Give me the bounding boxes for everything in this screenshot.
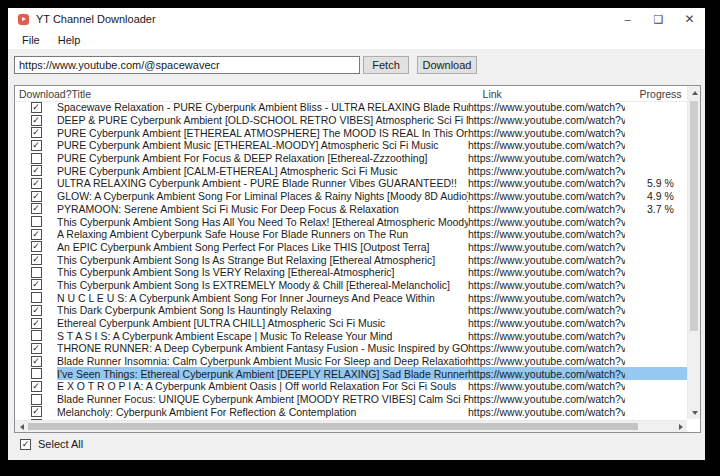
row-checkbox[interactable]: ✓	[31, 165, 42, 176]
menu-file[interactable]: File	[13, 32, 49, 48]
row-link[interactable]: https://www.youtube.com/watch?v=18zc_YJg…	[468, 317, 625, 330]
row-checkbox[interactable]: ✓	[31, 102, 42, 113]
vertical-scroll-thumb[interactable]	[690, 101, 698, 331]
channel-url-input[interactable]	[14, 56, 360, 74]
table-row[interactable]: ✓ DEEP & PURE Cyberpunk Ambient [OLD-SCH…	[15, 114, 687, 127]
row-title[interactable]: E X O T R O P I A: A Cyberpunk Ambient O…	[57, 380, 468, 393]
row-link[interactable]: https://www.youtube.com/watch?v=LAQTKr1t…	[468, 342, 625, 355]
row-checkbox[interactable]: ✓	[31, 356, 42, 367]
row-checkbox[interactable]: ✓	[31, 241, 42, 252]
table-row[interactable]: ✓ An EPIC Cyberpunk Ambient Song Perfect…	[15, 241, 687, 254]
row-title[interactable]: PURE Cyberpunk Ambient Music [ETHEREAL-M…	[57, 139, 468, 152]
scroll-down-arrow[interactable]	[688, 406, 701, 419]
row-checkbox[interactable]: ✓	[31, 406, 42, 417]
row-link[interactable]: https://www.youtube.com/watch?v=wMHEXndH…	[468, 215, 625, 228]
table-row[interactable]: ✓ Spacewave Relaxation - PURE Cyberpunk …	[15, 101, 687, 114]
row-title[interactable]: N U C L E U S: A Cyberpunk Ambient Song …	[57, 291, 468, 304]
vertical-scrollbar[interactable]	[687, 86, 700, 419]
row-checkbox[interactable]: ✓	[31, 140, 42, 151]
row-checkbox[interactable]	[31, 216, 42, 227]
row-checkbox[interactable]: ✓	[31, 279, 42, 290]
scroll-right-arrow[interactable]	[674, 421, 687, 432]
row-checkbox[interactable]: ✓	[31, 127, 42, 138]
row-checkbox[interactable]	[31, 267, 42, 278]
table-row[interactable]: ✓ PYRAMOON: Serene Ambient Sci Fi Music …	[15, 203, 687, 216]
row-title[interactable]: THRONE RUNNER: A Deep Cyberpunk Ambient …	[57, 342, 468, 355]
row-link[interactable]: https://www.youtube.com/watch?v=veTF2zmS…	[468, 126, 625, 139]
menu-help[interactable]: Help	[49, 32, 90, 48]
table-row[interactable]: ✓ PURE Cyberpunk Ambient Music [ETHEREAL…	[15, 139, 687, 152]
row-title[interactable]: An EPIC Cyberpunk Ambient Song Perfect F…	[57, 241, 468, 254]
table-row[interactable]: N U C L E U S: A Cyberpunk Ambient Song …	[15, 291, 687, 304]
table-row[interactable]: ✓ PURE Cyberpunk Ambient [ETHEREAL ATMOS…	[15, 126, 687, 139]
table-row[interactable]: ✓ THRONE RUNNER: A Deep Cyberpunk Ambien…	[15, 342, 687, 355]
row-link[interactable]: https://www.youtube.com/watch?v=IS2TUUqZ…	[468, 279, 625, 292]
maximize-button[interactable]: ❑	[643, 8, 674, 30]
header-download[interactable]: Download?	[15, 86, 72, 101]
row-title[interactable]: S T A S I S: A Cyberpunk Ambient Escape …	[57, 329, 468, 342]
row-title[interactable]: This Cyberpunk Ambient Song Is EXTREMELY…	[57, 279, 468, 292]
row-link[interactable]: https://www.youtube.com/watch?v=L9wROb-h…	[468, 367, 625, 380]
row-link[interactable]: https://www.youtube.com/watch?v=3n7fO20_…	[468, 228, 625, 241]
row-title[interactable]: PURE Cyberpunk Ambient For Focus & DEEP …	[57, 152, 468, 165]
select-all-checkbox[interactable]: ✓	[20, 439, 31, 450]
row-link[interactable]: https://www.youtube.com/watch?v=v-PG2byv…	[468, 380, 625, 393]
row-link[interactable]: https://www.youtube.com/watch?v=9Rvq_1Wr…	[468, 190, 625, 203]
table-row[interactable]: ✓ A Relaxing Ambient Cyberpunk Safe Hous…	[15, 228, 687, 241]
download-button[interactable]: Download	[417, 56, 477, 74]
fetch-button[interactable]: Fetch	[363, 56, 409, 74]
row-checkbox[interactable]: ✓	[31, 178, 42, 189]
header-link[interactable]: Link	[483, 86, 640, 101]
row-checkbox[interactable]: ✓	[31, 203, 42, 214]
row-checkbox[interactable]: ✓	[31, 254, 42, 265]
header-title[interactable]: Title	[72, 86, 483, 101]
row-link[interactable]: https://www.youtube.com/watch?v=mgjXO3pa…	[468, 101, 625, 114]
row-checkbox[interactable]	[31, 153, 42, 164]
table-row[interactable]: PURE Cyberpunk Ambient For Focus & DEEP …	[15, 152, 687, 165]
table-row[interactable]: ✓ This Cyberpunk Ambient Song Is EXTREME…	[15, 279, 687, 292]
row-title[interactable]: A Relaxing Ambient Cyberpunk Safe House …	[57, 228, 468, 241]
row-title[interactable]: This Cyberpunk Ambient Song Has All You …	[57, 215, 468, 228]
table-row[interactable]: I've Seen Things: Ethereal Cyberpunk Amb…	[15, 367, 687, 380]
row-checkbox[interactable]: ✓	[31, 191, 42, 202]
row-title[interactable]: Blade Runner Focus: UNIQUE Cyberpunk Amb…	[57, 393, 468, 406]
row-link[interactable]: https://www.youtube.com/watch?v=nCkyfy9t…	[468, 203, 625, 216]
row-link[interactable]: https://www.youtube.com/watch?v=VtbqQksy…	[468, 291, 625, 304]
table-row[interactable]: ✓ Blade Runner Insomnia: Calm Cyberpunk …	[15, 355, 687, 368]
row-checkbox[interactable]	[31, 330, 42, 341]
table-row[interactable]: ✓ PURE Cyberpunk Ambient [CALM-ETHEREAL]…	[15, 164, 687, 177]
header-progress[interactable]: Progress	[640, 86, 687, 101]
row-link[interactable]: https://www.youtube.com/watch?v=tVfHYDck…	[468, 164, 625, 177]
row-link[interactable]: https://www.youtube.com/watch?v=gPsnRpRm…	[468, 393, 625, 406]
row-link[interactable]: https://www.youtube.com/watch?v=zh1LO3JF…	[468, 139, 625, 152]
row-link[interactable]: https://www.youtube.com/watch?v=qHmgkiEM…	[468, 253, 625, 266]
row-link[interactable]: https://www.youtube.com/watch?v=7TPQ9yOm…	[468, 406, 625, 419]
table-row[interactable]: ✓ E X O T R O P I A: A Cyberpunk Ambient…	[15, 380, 687, 393]
minimize-button[interactable]: –	[612, 8, 643, 30]
row-checkbox[interactable]: ✓	[31, 318, 42, 329]
table-row[interactable]: ✓ ULTRA RELAXING Cyberpunk Ambient - PUR…	[15, 177, 687, 190]
row-link[interactable]: https://www.youtube.com/watch?v=ZcwZR41J…	[468, 355, 625, 368]
row-link[interactable]: https://www.youtube.com/watch?v=_BEoFvku…	[468, 241, 625, 254]
row-link[interactable]: https://www.youtube.com/watch?v=BOywActi…	[468, 329, 625, 342]
table-row[interactable]: ✓ Ethereal Cyberpunk Ambient [ULTRA CHIL…	[15, 317, 687, 330]
row-checkbox[interactable]: ✓	[31, 115, 42, 126]
row-link[interactable]: https://www.youtube.com/watch?v=qVyg3NW6…	[468, 304, 625, 317]
table-row[interactable]: ✓ This Dark Cyberpunk Ambient Song Is Ha…	[15, 304, 687, 317]
table-row[interactable]: Blade Runner Focus: UNIQUE Cyberpunk Amb…	[15, 393, 687, 406]
row-link[interactable]: https://www.youtube.com/watch?v=X_bSa_kc…	[468, 152, 625, 165]
row-title[interactable]: DEEP & PURE Cyberpunk Ambient [OLD-SCHOO…	[57, 114, 468, 127]
row-title[interactable]: PYRAMOON: Serene Ambient Sci Fi Music Fo…	[57, 203, 468, 216]
row-link[interactable]: https://www.youtube.com/watch?v=ZcseyJml…	[468, 266, 625, 279]
row-checkbox[interactable]	[31, 292, 42, 303]
row-title[interactable]: Blade Runner Insomnia: Calm Cyberpunk Am…	[57, 355, 468, 368]
select-all-control[interactable]: ✓ Select All	[20, 438, 83, 450]
horizontal-scrollbar[interactable]	[15, 420, 687, 432]
row-link[interactable]: https://www.youtube.com/watch?v=BYvP0b4e…	[468, 177, 625, 190]
row-title[interactable]: This Dark Cyberpunk Ambient Song Is Haun…	[57, 304, 468, 317]
table-row[interactable]: ✓ Melancholy: Cyberpunk Ambient For Refl…	[15, 406, 687, 419]
row-checkbox[interactable]: ✓	[31, 343, 42, 354]
row-checkbox[interactable]: ✓	[31, 229, 42, 240]
row-checkbox[interactable]: ✓	[31, 381, 42, 392]
row-checkbox[interactable]	[31, 394, 42, 405]
